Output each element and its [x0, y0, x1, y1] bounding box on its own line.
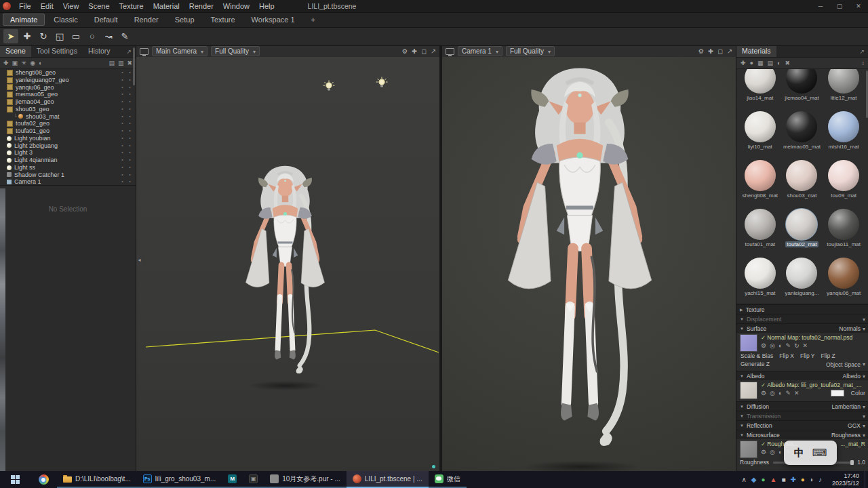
taskbar-maya[interactable]: M	[222, 471, 243, 488]
scene-tree-row[interactable]: toufa02_geo	[0, 120, 136, 127]
color-swatch[interactable]	[831, 390, 844, 396]
viewport-splitter[interactable]	[439, 45, 442, 471]
scene-tree-row[interactable]: yanleiguang07_geo	[0, 77, 136, 84]
flip-option[interactable]: Flip Z	[821, 352, 835, 360]
visibility-icon[interactable]	[126, 135, 134, 142]
maximize-viewport-icon[interactable]	[421, 47, 427, 55]
external-link-icon[interactable]	[431, 47, 436, 55]
menu-item[interactable]: Render	[184, 0, 218, 12]
pan-icon[interactable]	[412, 47, 417, 55]
channel-icon[interactable]	[778, 342, 782, 350]
add-object-icon[interactable]	[3, 60, 9, 66]
scene-tree-row[interactable]: yanqiu06_geo	[0, 84, 136, 92]
viewport-canvas[interactable]	[442, 57, 736, 471]
magnify-icon[interactable]	[770, 448, 775, 456]
add-material-icon[interactable]	[741, 60, 746, 66]
lock-icon[interactable]	[119, 91, 126, 98]
surface-model-select[interactable]: Normals	[839, 325, 865, 332]
delete-material-icon[interactable]	[785, 60, 790, 66]
flip-option[interactable]: Flip X	[779, 352, 794, 360]
taskbar-explorer[interactable]: D:\LILI\boolbag\t...	[57, 471, 137, 488]
checker-icon[interactable]	[757, 60, 764, 66]
preview-mode-icon[interactable]	[777, 60, 781, 66]
maximize-button[interactable]	[830, 0, 849, 12]
menu-item[interactable]: Edit	[36, 0, 58, 12]
scene-tree-row[interactable]: Light 3	[0, 149, 136, 157]
visibility-icon[interactable]	[126, 171, 134, 179]
albedo-map-name[interactable]: ✓Albedo Map: lili_gro_toufa02_mat_Base..…	[761, 382, 865, 389]
space-select[interactable]: Object Space	[826, 360, 865, 369]
camera-select[interactable]: Camera 1	[458, 46, 502, 56]
checkmark-icon[interactable]: ✓	[761, 382, 766, 388]
rect-select-icon[interactable]: ▭	[68, 29, 83, 43]
material-item[interactable]: shou03_mat	[781, 157, 823, 206]
gear-icon[interactable]	[761, 389, 766, 397]
tray-icon[interactable]: ●	[761, 471, 765, 488]
microsurface-model-select[interactable]: Roughness	[831, 432, 865, 439]
lock-icon[interactable]	[119, 127, 126, 135]
tray-icon[interactable]: ◗	[810, 471, 814, 488]
visibility-icon[interactable]	[126, 120, 134, 127]
taskbar-app[interactable]	[243, 471, 264, 488]
lock-icon[interactable]	[119, 149, 126, 157]
section-diffusion[interactable]: Diffusion Lambertian	[736, 401, 868, 411]
panel-tab[interactable]: History	[83, 45, 116, 57]
material-item[interactable]: toufa01_mat	[739, 206, 781, 255]
workspace-tab[interactable]: Workspace 1	[244, 14, 302, 26]
scene-tree-row[interactable]: jiemao04_geo	[0, 98, 136, 106]
edit-icon[interactable]	[785, 389, 791, 397]
close-button[interactable]	[849, 0, 868, 12]
sort-icon[interactable]	[862, 60, 865, 66]
visibility-icon[interactable]	[126, 157, 134, 164]
flip-option[interactable]: Scale & Bias	[741, 352, 773, 360]
backdrop-icon[interactable]	[39, 60, 42, 66]
checkmark-icon[interactable]: ✓	[761, 441, 766, 447]
menu-item[interactable]: File	[14, 0, 36, 12]
workspace-tab[interactable]: Texture	[203, 14, 243, 26]
taskbar-wechat[interactable]: 微信	[429, 471, 467, 488]
scene-tree-row[interactable]: shou03_geo	[0, 106, 136, 113]
viewport-canvas[interactable]	[136, 57, 439, 471]
lock-icon[interactable]	[119, 157, 126, 164]
delete-icon[interactable]	[127, 60, 132, 66]
translate-tool-icon[interactable]: ✚	[20, 29, 35, 43]
material-item[interactable]: liyi10_mat	[739, 108, 781, 157]
light-icon[interactable]	[21, 60, 26, 66]
roughness-value[interactable]: 1.0	[857, 458, 865, 467]
material-item[interactable]: yanqiu06_mat	[823, 255, 865, 304]
material-item[interactable]: litie12_mat	[823, 69, 865, 108]
material-sphere-icon[interactable]	[750, 60, 753, 66]
tray-icon[interactable]: ▲	[770, 471, 777, 488]
gear-icon[interactable]	[402, 47, 408, 55]
gear-icon[interactable]	[761, 342, 766, 350]
scene-tree-row[interactable]: Shadow Catcher 1	[0, 171, 136, 179]
generate-z-option[interactable]: Generate Z	[741, 360, 770, 369]
menu-item[interactable]: Material	[149, 0, 184, 12]
workspace-tab[interactable]: Setup	[167, 14, 202, 26]
scene-tree-row[interactable]: shou03_mat	[0, 113, 136, 121]
section-albedo[interactable]: Albedo Albedo	[736, 371, 868, 380]
lock-icon[interactable]	[119, 135, 126, 142]
mesh-icon[interactable]	[12, 60, 18, 66]
tray-icon[interactable]: ■	[781, 471, 785, 488]
menu-item[interactable]: Window	[218, 0, 254, 12]
roughness-map-thumbnail[interactable]	[740, 441, 757, 458]
character-model[interactable]	[483, 62, 677, 469]
character-model[interactable]	[232, 163, 338, 386]
camera-icon[interactable]	[30, 60, 35, 66]
external-link-icon[interactable]	[855, 48, 868, 55]
albedo-model-select[interactable]: Albedo	[843, 373, 865, 380]
section-surface[interactable]: Surface Normals	[736, 323, 868, 333]
menu-item[interactable]: Help	[254, 0, 279, 12]
material-item[interactable]: toujiao11_mat	[823, 206, 865, 255]
menu-item[interactable]: View	[58, 0, 84, 12]
rotate-tool-icon[interactable]: ↻	[36, 29, 51, 43]
lock-icon[interactable]	[119, 113, 126, 121]
menu-item[interactable]: Texture	[115, 0, 149, 12]
normal-map-thumbnail[interactable]	[740, 334, 757, 352]
panel-tab[interactable]: Tool Settings	[31, 45, 83, 57]
edit-icon[interactable]	[785, 342, 791, 350]
quality-select[interactable]: Full Quality	[211, 46, 260, 56]
section-transmission[interactable]: Transmission	[736, 411, 868, 420]
external-link-icon[interactable]	[727, 47, 732, 55]
